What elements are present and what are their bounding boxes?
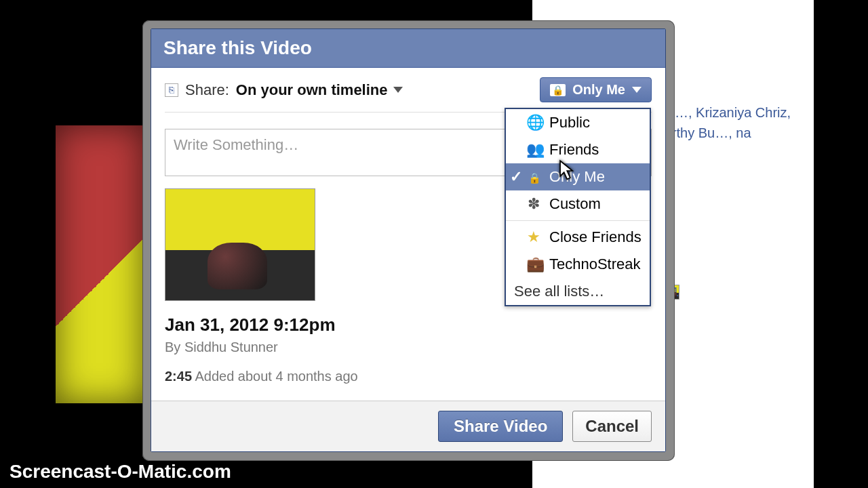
share-label: Share: [185,81,229,99]
privacy-list-technostreak[interactable]: 💼 TechnoStreak [506,251,650,278]
dialog-body: ⎘ Share: On your own timeline 🔒 Only Me … [151,68,665,401]
video-meta: 2:45 Added about 4 months ago [165,369,652,384]
video-title[interactable]: Jan 31, 2012 9:12pm [165,314,652,336]
video-thumbnail[interactable] [165,188,315,301]
privacy-selector-button[interactable]: 🔒 Only Me [540,77,652,102]
watermark-text: Screencast-O-Matic.com [9,461,231,483]
privacy-option-friends[interactable]: 👥 Friends [506,136,650,163]
privacy-option-label: Custom [549,195,601,213]
see-all-lists-link[interactable]: See all lists… [506,278,650,305]
lock-icon: 🔒 [526,168,541,186]
briefcase-icon: 💼 [526,256,541,273]
share-target-dropdown[interactable]: On your own timeline [236,81,403,99]
star-icon: ★ [526,228,541,246]
share-video-button[interactable]: Share Video [438,411,563,442]
share-dialog: Share this Video ⎘ Share: On your own ti… [151,28,666,452]
dropdown-separator [506,220,650,221]
friends-icon: 👥 [526,141,541,159]
cancel-button[interactable]: Cancel [572,411,652,442]
share-icon: ⎘ [165,83,178,97]
video-author: By Siddhu Stunner [165,340,652,355]
video-duration: 2:45 [165,369,192,384]
privacy-list-label: TechnoStreak [549,256,641,273]
dialog-footer: Share Video Cancel [151,401,665,451]
privacy-option-label: Public [549,114,590,131]
privacy-option-label: Only Me [549,168,605,186]
chevron-down-icon [393,87,403,93]
gear-icon: ✽ [526,195,541,213]
dialog-title: Share this Video [151,29,665,68]
privacy-list-label: Close Friends [549,228,642,246]
privacy-selector-label: Only Me [572,82,625,98]
privacy-list-close-friends[interactable]: ★ Close Friends [506,224,650,251]
background-photo-crop [56,125,144,403]
globe-icon: 🌐 [526,114,541,131]
video-added-text: Added about 4 months ago [195,369,357,384]
privacy-dropdown[interactable]: 🌐 Public 👥 Friends 🔒 Only Me ✽ Custom ★ … [505,108,651,306]
lock-icon: 🔒 [550,84,566,96]
privacy-option-public[interactable]: 🌐 Public [506,109,650,136]
privacy-option-only-me[interactable]: 🔒 Only Me [506,163,650,190]
privacy-option-label: Friends [549,141,599,159]
privacy-option-custom[interactable]: ✽ Custom [506,190,650,218]
chevron-down-icon [632,87,642,93]
